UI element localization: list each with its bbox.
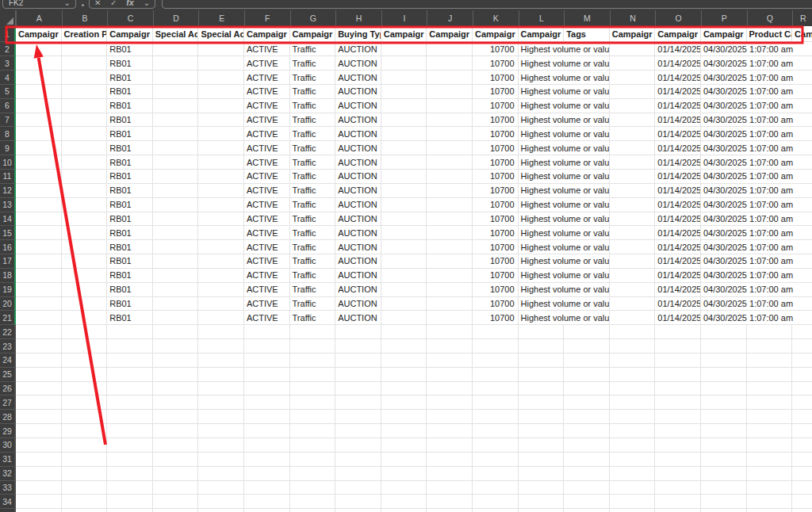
cell-M25[interactable]: [564, 368, 610, 382]
cell-F5[interactable]: ACTIVE: [244, 85, 290, 99]
cell-B34[interactable]: [62, 495, 108, 509]
cell-O28[interactable]: [655, 410, 701, 424]
cell-F12[interactable]: ACTIVE: [244, 184, 290, 198]
cell-L18[interactable]: Highest volume or value: [519, 269, 610, 283]
cell-A20[interactable]: [16, 297, 62, 311]
cell-F1[interactable]: Campaigr: [244, 26, 290, 42]
cell-A24[interactable]: [16, 353, 62, 368]
cell-B23[interactable]: [62, 339, 108, 353]
cell-C31[interactable]: [107, 453, 153, 467]
cell-O16[interactable]: 01/14/2025: [655, 240, 701, 254]
cell-E3[interactable]: [198, 56, 244, 71]
cell-I1[interactable]: Campaigr: [381, 26, 427, 42]
cell-I28[interactable]: [381, 410, 427, 424]
row-header-29[interactable]: 29: [0, 424, 16, 438]
cell-G3[interactable]: Traffic: [290, 56, 336, 71]
cell-P35[interactable]: [701, 509, 747, 512]
cell-D19[interactable]: [153, 283, 199, 297]
cell-P1[interactable]: Campaigr: [701, 26, 747, 42]
cell-M31[interactable]: [564, 453, 610, 467]
cell-J7[interactable]: [427, 113, 473, 128]
cell-H32[interactable]: [335, 467, 381, 481]
cell-J26[interactable]: [427, 382, 473, 396]
cell-C22[interactable]: [107, 325, 153, 339]
cell-A33[interactable]: [16, 481, 62, 495]
cell-A25[interactable]: [16, 368, 62, 382]
cell-J24[interactable]: [427, 353, 473, 368]
cell-E1[interactable]: Special Ac: [198, 26, 244, 42]
cell-C15[interactable]: RB01: [107, 226, 153, 240]
cell-P16[interactable]: 04/30/2025 1:07:00 am: [701, 240, 812, 254]
col-header-K[interactable]: K: [473, 10, 519, 26]
cell-P13[interactable]: 04/30/2025 1:07:00 am: [701, 198, 812, 212]
cell-M24[interactable]: [564, 353, 610, 368]
cell-L21[interactable]: Highest volume or value: [519, 311, 610, 325]
cell-O18[interactable]: 01/14/2025: [655, 269, 701, 283]
cell-H24[interactable]: [335, 353, 381, 368]
cell-R33[interactable]: [792, 481, 812, 495]
cell-B18[interactable]: [62, 269, 108, 283]
cell-K14[interactable]: 10700: [473, 212, 519, 227]
cell-B14[interactable]: [62, 212, 108, 227]
cell-P7[interactable]: 04/30/2025 1:07:00 am: [701, 113, 812, 128]
cell-H23[interactable]: [335, 339, 381, 353]
cell-O2[interactable]: 01/14/2025: [655, 42, 701, 56]
cell-H2[interactable]: AUCTION: [335, 42, 381, 56]
cell-J23[interactable]: [427, 339, 473, 353]
cell-R30[interactable]: [792, 438, 812, 453]
cell-A16[interactable]: [16, 240, 62, 254]
cell-I4[interactable]: [381, 71, 427, 85]
cell-E35[interactable]: [198, 509, 244, 512]
cell-H12[interactable]: AUCTION: [335, 184, 381, 198]
cell-D26[interactable]: [153, 382, 199, 396]
cell-K11[interactable]: 10700: [473, 170, 519, 184]
cell-H34[interactable]: [335, 495, 381, 509]
cell-C7[interactable]: RB01: [107, 113, 153, 128]
cell-I9[interactable]: [381, 141, 427, 155]
cell-I29[interactable]: [381, 424, 427, 438]
cell-O25[interactable]: [655, 368, 701, 382]
cell-B2[interactable]: [62, 42, 108, 56]
cell-A32[interactable]: [16, 467, 62, 481]
col-header-I[interactable]: I: [381, 10, 427, 26]
cell-H21[interactable]: AUCTION: [335, 311, 381, 325]
cell-G24[interactable]: [290, 353, 336, 368]
cell-R29[interactable]: [792, 424, 812, 438]
cell-N35[interactable]: [610, 509, 656, 512]
cell-Q24[interactable]: [747, 353, 793, 368]
cell-P31[interactable]: [701, 453, 747, 467]
row-header-13[interactable]: 13: [0, 198, 16, 212]
cell-C26[interactable]: [107, 382, 153, 396]
cell-L14[interactable]: Highest volume or value: [519, 212, 610, 227]
cell-N1[interactable]: Campaigr: [610, 26, 656, 42]
cell-J20[interactable]: [427, 297, 473, 311]
cell-K15[interactable]: 10700: [473, 226, 519, 240]
cell-G9[interactable]: Traffic: [290, 141, 336, 155]
cell-N19[interactable]: [610, 283, 656, 297]
cell-L16[interactable]: Highest volume or value: [519, 240, 610, 254]
cell-P23[interactable]: [701, 339, 747, 353]
cell-E21[interactable]: [198, 311, 244, 325]
cell-A34[interactable]: [16, 495, 62, 509]
cell-P9[interactable]: 04/30/2025 1:07:00 am: [701, 141, 812, 155]
cell-F22[interactable]: [244, 325, 290, 339]
cell-D2[interactable]: [153, 42, 199, 56]
cell-J10[interactable]: [427, 155, 473, 170]
cell-M35[interactable]: [564, 509, 610, 512]
cell-H4[interactable]: AUCTION: [335, 71, 381, 85]
cell-B3[interactable]: [62, 56, 108, 71]
cell-K26[interactable]: [473, 382, 519, 396]
cell-G17[interactable]: Traffic: [290, 254, 336, 269]
cell-L29[interactable]: [519, 424, 565, 438]
cell-E34[interactable]: [198, 495, 244, 509]
cell-D21[interactable]: [153, 311, 199, 325]
cell-C14[interactable]: RB01: [107, 212, 153, 227]
cell-R32[interactable]: [792, 467, 812, 481]
cell-H10[interactable]: AUCTION: [335, 155, 381, 170]
cell-D32[interactable]: [153, 467, 199, 481]
cell-C27[interactable]: [107, 395, 153, 410]
cell-R28[interactable]: [792, 410, 812, 424]
cell-E14[interactable]: [198, 212, 244, 227]
cell-D4[interactable]: [153, 71, 199, 85]
cell-G28[interactable]: [290, 410, 336, 424]
